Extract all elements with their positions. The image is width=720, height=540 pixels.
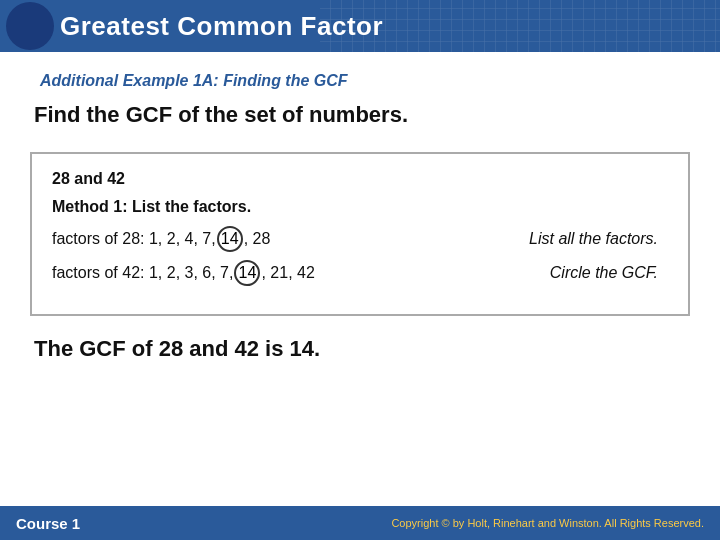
content-box: 28 and 42 Method 1: List the factors. fa… (30, 152, 690, 316)
factors-28-prefix: factors of 28: 1, 2, 4, 7, (52, 230, 216, 248)
numbers-label: 28 and 42 (52, 170, 668, 188)
factors-42-circle: 14 (234, 260, 260, 286)
header-circle-decoration (6, 2, 54, 50)
subheader-text: Additional Example 1A: Finding the GCF (30, 72, 690, 90)
gcf-result: The GCF of 28 and 42 is 14. (34, 336, 690, 362)
main-question: Find the GCF of the set of numbers. (30, 102, 690, 128)
factors-28-circle: 14 (217, 226, 243, 252)
header-background-grid (320, 0, 720, 52)
method-label: Method 1: List the factors. (52, 198, 668, 216)
note-circle-gcf: Circle the GCF. (550, 264, 658, 282)
factors-42-prefix: factors of 42: 1, 2, 3, 6, 7, (52, 264, 233, 282)
factors-42-suffix: , 21, 42 (261, 264, 314, 282)
factors-42-row: factors of 42: 1, 2, 3, 6, 7, 14 , 21, 4… (52, 260, 668, 286)
footer: Course 1 Copyright © by Holt, Rinehart a… (0, 506, 720, 540)
main-content: Additional Example 1A: Finding the GCF F… (0, 52, 720, 540)
header: Greatest Common Factor (0, 0, 720, 52)
factors-28-suffix: , 28 (244, 230, 271, 248)
note-list-factors: List all the factors. (529, 230, 658, 248)
footer-course: Course 1 (16, 515, 80, 532)
factors-28-row: factors of 28: 1, 2, 4, 7, 14 , 28 List … (52, 226, 668, 252)
footer-copyright: Copyright © by Holt, Rinehart and Winsto… (391, 517, 704, 529)
